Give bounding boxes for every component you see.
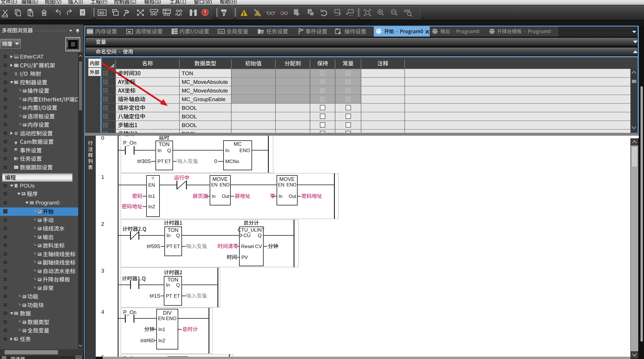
svg-text:EN: EN <box>211 182 217 187</box>
svg-text:In: In <box>212 194 215 199</box>
svg-text:PT: PT <box>157 159 164 164</box>
svg-text:TON: TON <box>168 227 179 233</box>
svg-text:ET: ET <box>165 159 171 164</box>
svg-text:var: var <box>219 30 223 33</box>
svg-text:Out: Out <box>289 194 296 199</box>
svg-text:In: In <box>166 233 170 238</box>
svg-text:int#60: int#60 <box>140 338 155 343</box>
svg-text:MC: MC <box>234 141 242 147</box>
svg-text:MCNo: MCNo <box>225 159 239 164</box>
svg-text:0: 0 <box>214 158 217 164</box>
svg-text:ENO: ENO <box>219 182 230 187</box>
svg-text:?: ? <box>81 11 84 16</box>
svg-text:Q: Q <box>167 148 171 153</box>
svg-text:MOVE: MOVE <box>212 176 228 182</box>
svg-text:TON: TON <box>159 141 170 147</box>
svg-text:In: In <box>279 194 282 199</box>
svg-text:EN: EN <box>148 182 155 188</box>
svg-text:MOVE: MOVE <box>279 176 294 182</box>
svg-text:2: 2 <box>101 221 104 227</box>
svg-text:ET: ET <box>174 244 180 249</box>
svg-text:CV: CV <box>255 244 262 249</box>
svg-text:Q: Q <box>258 233 262 238</box>
svg-text:In1: In1 <box>158 327 165 332</box>
svg-text:t#59S: t#59S <box>147 243 160 249</box>
svg-text:In1: In1 <box>148 194 155 199</box>
svg-text:1: 1 <box>101 174 104 180</box>
svg-text:EN: EN <box>158 316 165 321</box>
svg-text:EN: EN <box>278 182 284 187</box>
svg-text:In: In <box>157 148 162 153</box>
svg-text:P_On: P_On <box>123 140 136 146</box>
svg-text:0-0: 0-0 <box>30 202 33 204</box>
svg-text:ENO: ENO <box>166 316 177 321</box>
svg-text:Q: Q <box>176 233 180 238</box>
svg-text:100: 100 <box>404 9 410 13</box>
svg-text:In2: In2 <box>158 338 165 343</box>
svg-text:0: 0 <box>101 136 104 141</box>
svg-text:PT: PT <box>166 244 173 249</box>
svg-text:3: 3 <box>101 268 104 274</box>
svg-text:Q: Q <box>176 282 180 288</box>
svg-text:DIV: DIV <box>163 310 172 316</box>
svg-text:In: In <box>166 282 170 288</box>
svg-text:PV: PV <box>241 255 248 260</box>
svg-text:t#1S: t#1S <box>150 293 160 299</box>
svg-text:In2: In2 <box>148 204 155 209</box>
svg-text:ET: ET <box>174 293 180 299</box>
svg-text:ENO: ENO <box>239 148 250 153</box>
svg-text:3D: 3D <box>99 10 104 15</box>
svg-text:PT: PT <box>166 293 172 299</box>
svg-text:Reset: Reset <box>241 244 254 249</box>
svg-text:Out: Out <box>222 194 229 199</box>
svg-text:t#30S: t#30S <box>137 158 151 164</box>
svg-text:In: In <box>225 148 229 153</box>
svg-text:CTU_ULINT: CTU_ULINT <box>238 227 265 233</box>
svg-text:TON: TON <box>168 277 179 283</box>
svg-text:CU: CU <box>243 233 251 238</box>
svg-text:ENO: ENO <box>286 182 296 187</box>
svg-text:4: 4 <box>101 309 104 315</box>
svg-text:=: = <box>151 175 155 181</box>
